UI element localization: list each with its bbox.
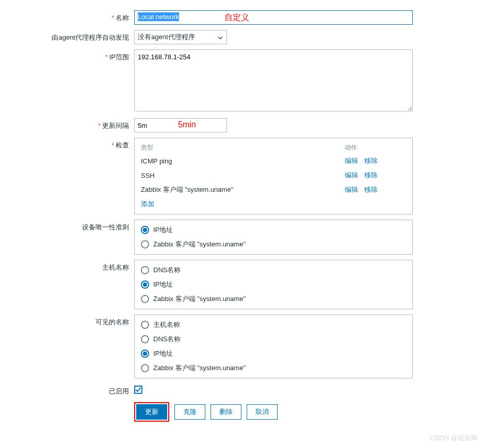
cancel-button[interactable]: 取消 bbox=[247, 404, 278, 420]
radio-icon bbox=[141, 350, 149, 358]
radio-label: IP地址 bbox=[153, 225, 173, 235]
hostname-radio-ip[interactable]: IP地址 bbox=[141, 280, 406, 289]
radio-icon bbox=[141, 321, 149, 329]
check-type: ICMP ping bbox=[141, 157, 345, 165]
checks-head-type: 类型 bbox=[141, 143, 345, 152]
name-input[interactable]: Local network bbox=[134, 10, 413, 25]
check-edit-link[interactable]: 编辑 bbox=[345, 157, 358, 164]
check-type: SSH bbox=[141, 172, 345, 179]
annotation-highlight-update: 更新 bbox=[134, 402, 169, 422]
checks-head-action: 动作 bbox=[345, 143, 357, 152]
radio-label: IP地址 bbox=[153, 349, 173, 358]
visible-radio-dns[interactable]: DNS名称 bbox=[141, 335, 406, 344]
check-add-link[interactable]: 添加 bbox=[141, 200, 154, 208]
check-remove-link[interactable]: 移除 bbox=[364, 171, 378, 179]
radio-label: Zabbix 客户端 "system.uname" bbox=[153, 294, 246, 304]
check-remove-link[interactable]: 移除 bbox=[364, 157, 378, 164]
check-row: Zabbix 客户端 "system.uname" 编辑 移除 bbox=[141, 185, 406, 194]
radio-label: Zabbix 客户端 "system.uname" bbox=[153, 240, 246, 249]
name-input-value: Local network bbox=[138, 12, 179, 21]
check-row: SSH 编辑 移除 bbox=[141, 171, 406, 180]
check-icon bbox=[135, 387, 141, 392]
hostname-radio-dns[interactable]: DNS名称 bbox=[141, 266, 406, 275]
radio-icon bbox=[141, 226, 149, 234]
check-row: ICMP ping 编辑 移除 bbox=[141, 156, 406, 165]
uniqueness-radio-ip[interactable]: IP地址 bbox=[141, 225, 406, 235]
proxy-select[interactable]: 没有agent代理程序 bbox=[134, 30, 227, 44]
label-interval: *更新间隔 bbox=[0, 118, 134, 130]
visiblename-box: 主机名称 DNS名称 IP地址 Zabbix 客户端 "system.uname… bbox=[134, 314, 413, 378]
radio-label: 主机名称 bbox=[153, 320, 180, 329]
visible-radio-host[interactable]: 主机名称 bbox=[141, 320, 406, 329]
label-checks: *检查 bbox=[0, 138, 134, 150]
radio-icon bbox=[141, 266, 149, 274]
check-type: Zabbix 客户端 "system.uname" bbox=[141, 185, 345, 194]
label-visiblename: 可见的名称 bbox=[0, 314, 134, 327]
label-iprange: *IP范围 bbox=[0, 49, 134, 62]
check-remove-link[interactable]: 移除 bbox=[364, 186, 378, 193]
iprange-textarea[interactable] bbox=[134, 49, 413, 111]
hostname-box: DNS名称 IP地址 Zabbix 客户端 "system.uname" bbox=[134, 260, 413, 309]
label-name: *名称 bbox=[0, 10, 134, 23]
uniqueness-radio-zabbix[interactable]: Zabbix 客户端 "system.uname" bbox=[141, 240, 406, 249]
radio-icon bbox=[141, 364, 149, 372]
proxy-select-value: 没有agent代理程序 bbox=[134, 30, 227, 44]
check-edit-link[interactable]: 编辑 bbox=[345, 171, 358, 179]
radio-icon bbox=[141, 295, 149, 303]
label-proxy: 由agent代理程序自动发现 bbox=[0, 30, 134, 42]
radio-label: IP地址 bbox=[153, 280, 173, 289]
visible-radio-zabbix[interactable]: Zabbix 客户端 "system.uname" bbox=[141, 363, 406, 373]
check-edit-link[interactable]: 编辑 bbox=[345, 186, 358, 193]
checks-box: 类型 动作 ICMP ping 编辑 移除 SSH 编辑 移除 bbox=[134, 138, 413, 214]
radio-icon bbox=[141, 240, 149, 248]
interval-input[interactable] bbox=[134, 118, 227, 132]
radio-icon bbox=[141, 280, 149, 289]
label-hostname: 主机名称 bbox=[0, 260, 134, 272]
uniqueness-box: IP地址 Zabbix 客户端 "system.uname" bbox=[134, 220, 413, 255]
visible-radio-ip[interactable]: IP地址 bbox=[141, 349, 406, 358]
update-button[interactable]: 更新 bbox=[136, 404, 167, 420]
label-uniqueness: 设备唯一性准则 bbox=[0, 220, 134, 232]
enabled-checkbox[interactable] bbox=[134, 386, 142, 394]
radio-label: DNS名称 bbox=[153, 266, 181, 275]
clone-button[interactable]: 克隆 bbox=[174, 404, 205, 420]
radio-label: DNS名称 bbox=[153, 335, 181, 344]
radio-icon bbox=[141, 335, 149, 343]
hostname-radio-zabbix[interactable]: Zabbix 客户端 "system.uname" bbox=[141, 294, 406, 304]
label-enabled: 已启用 bbox=[0, 384, 134, 396]
radio-label: Zabbix 客户端 "system.uname" bbox=[153, 363, 246, 373]
delete-button[interactable]: 删除 bbox=[211, 404, 241, 420]
